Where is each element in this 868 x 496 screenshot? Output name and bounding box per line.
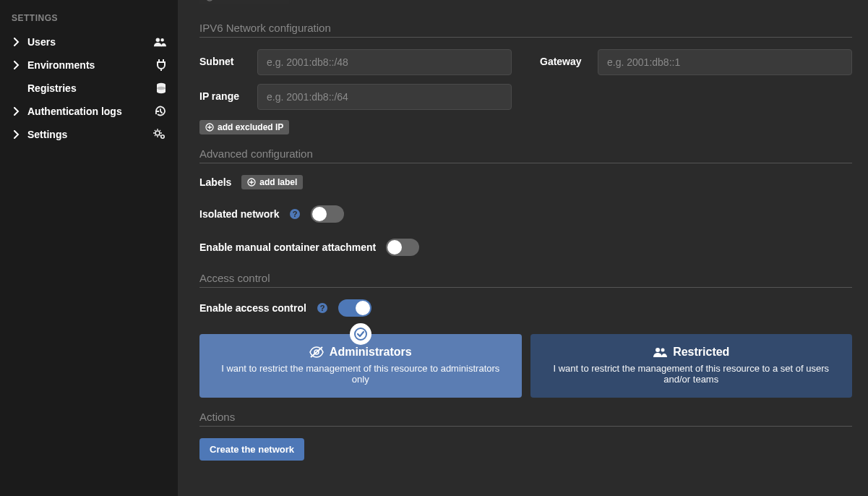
card-desc: I want to restrict the management of thi… xyxy=(214,363,507,385)
manual-attach-label: Enable manual container attachment xyxy=(199,241,376,253)
section-actions-title: Actions xyxy=(199,411,852,427)
isolated-network-row: Isolated network ? xyxy=(199,205,852,223)
checkmark-badge-icon xyxy=(350,323,371,345)
history-icon xyxy=(155,106,166,117)
sidebar-item-environments[interactable]: Environments xyxy=(0,54,178,77)
access-cards: Administrators I want to restrict the ma… xyxy=(199,334,852,398)
main-content: add excluded IP IPV6 Network configurati… xyxy=(178,0,868,496)
sidebar-item-label: Authentication logs xyxy=(27,106,155,117)
users-icon xyxy=(153,37,166,47)
svg-point-0 xyxy=(156,38,160,42)
labels-row: Labels add label xyxy=(199,175,852,189)
gateway-label: Gateway xyxy=(540,49,590,68)
svg-text:?: ? xyxy=(319,304,325,312)
help-icon[interactable]: ? xyxy=(317,302,328,314)
cogs-icon xyxy=(153,129,166,140)
svg-point-1 xyxy=(160,38,164,42)
iprange-label: IP range xyxy=(199,84,250,103)
add-label-button[interactable]: add label xyxy=(241,175,303,189)
sidebar-item-users[interactable]: Users xyxy=(0,30,178,54)
create-network-button[interactable]: Create the network xyxy=(199,438,304,461)
subnet-input[interactable] xyxy=(257,49,512,75)
enable-access-label: Enable access control xyxy=(199,302,306,314)
database-icon xyxy=(156,82,166,94)
plus-circle-icon xyxy=(205,0,214,1)
svg-point-16 xyxy=(656,348,660,352)
labels-label: Labels xyxy=(199,176,231,188)
svg-point-5 xyxy=(161,135,164,138)
ipv6-grid: Subnet Gateway IP range xyxy=(199,49,852,110)
sidebar-item-registries[interactable]: Registries xyxy=(0,77,178,100)
section-advanced-title: Advanced configuration xyxy=(199,147,852,163)
svg-text:?: ? xyxy=(293,210,298,218)
card-desc: I want to restrict the management of thi… xyxy=(545,363,838,385)
chip-label: add excluded IP xyxy=(218,0,283,3)
card-title-text: Restricted xyxy=(673,346,729,359)
svg-point-6 xyxy=(206,0,213,1)
sidebar-item-settings[interactable]: Settings xyxy=(0,123,178,146)
eye-slash-icon xyxy=(309,346,324,358)
enable-access-toggle[interactable] xyxy=(338,299,371,317)
card-administrators[interactable]: Administrators I want to restrict the ma… xyxy=(199,334,522,398)
add-excluded-ip-button[interactable]: add excluded IP xyxy=(199,120,289,134)
card-title-text: Administrators xyxy=(330,346,412,359)
iprange-input[interactable] xyxy=(257,84,512,110)
sidebar: SETTINGS Users Environments Registries xyxy=(0,0,178,496)
chip-label: add label xyxy=(259,176,297,188)
sidebar-item-auth-logs[interactable]: Authentication logs xyxy=(0,100,178,123)
plug-icon xyxy=(156,59,166,71)
add-excluded-ip-button-top[interactable]: add excluded IP xyxy=(199,0,289,4)
sidebar-item-label: Environments xyxy=(27,59,156,71)
sidebar-item-label: Settings xyxy=(27,129,153,140)
section-ipv6-title: IPV6 Network configuration xyxy=(199,22,852,38)
help-icon[interactable]: ? xyxy=(289,208,301,220)
chevron-right-icon xyxy=(12,130,22,139)
manual-attach-row: Enable manual container attachment xyxy=(199,239,852,256)
sidebar-header: SETTINGS xyxy=(0,9,178,30)
svg-point-17 xyxy=(661,349,665,352)
users-icon xyxy=(653,347,667,357)
sidebar-item-label: Users xyxy=(27,36,153,48)
chevron-right-icon xyxy=(12,61,22,69)
svg-point-4 xyxy=(155,131,160,135)
manual-attach-toggle[interactable] xyxy=(386,239,419,256)
chip-label: add excluded IP xyxy=(218,121,283,133)
plus-circle-icon xyxy=(247,178,256,187)
enable-access-row: Enable access control ? xyxy=(199,299,852,317)
chevron-right-icon xyxy=(12,38,22,46)
plus-circle-icon xyxy=(205,123,214,132)
chevron-right-icon xyxy=(12,107,22,116)
sidebar-item-label: Registries xyxy=(27,82,156,94)
isolated-network-label: Isolated network xyxy=(199,208,279,220)
svg-point-13 xyxy=(355,328,366,340)
section-access-title: Access control xyxy=(199,272,852,288)
gateway-input[interactable] xyxy=(598,49,852,75)
subnet-label: Subnet xyxy=(199,49,250,68)
svg-point-3 xyxy=(157,87,166,90)
isolated-network-toggle[interactable] xyxy=(311,205,344,223)
card-restricted[interactable]: Restricted I want to restrict the manage… xyxy=(530,334,853,398)
